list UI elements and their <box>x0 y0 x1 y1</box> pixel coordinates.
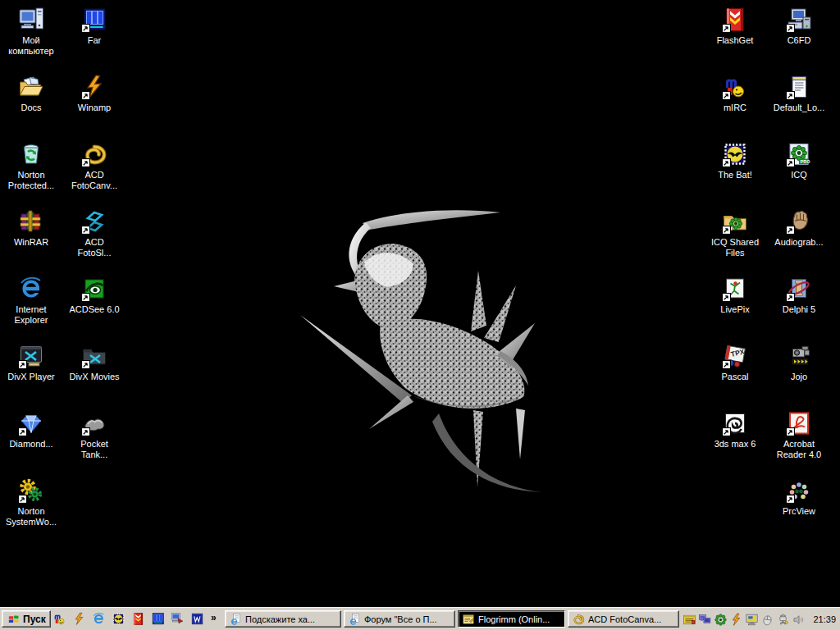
desktop-icon-winrar[interactable]: WinRAR <box>0 208 62 248</box>
desktop-icon-icq[interactable]: PROICQ <box>768 141 830 180</box>
quicklaunch-word[interactable] <box>190 612 204 626</box>
internet-explorer-icon <box>92 612 106 626</box>
desktop-icon-3dsmax[interactable]: 3ds max 6 <box>704 410 766 450</box>
desktop-icon-label: Far <box>63 35 126 46</box>
desktop-icon-label: Pascal <box>704 372 766 382</box>
shortcut-arrow-icon <box>722 158 731 167</box>
tray-icons <box>682 613 806 627</box>
shortcut-arrow-icon <box>18 360 27 369</box>
desktop-icon-divx-movies[interactable]: DivX Movies <box>63 343 126 382</box>
desktop-icon-label: WinRAR <box>0 237 62 248</box>
desktop-icon-jojo[interactable]: Jojo <box>768 343 830 382</box>
taskbar-task-2[interactable]: Форум "Все о П... <box>344 610 455 628</box>
plug-icon <box>776 613 790 627</box>
desktop-icon-acdsee[interactable]: ACDSee 6.0 <box>63 276 126 315</box>
shortcut-arrow-icon <box>81 24 90 33</box>
desktop-icon-label: Acrobat Reader 4.0 <box>768 439 830 460</box>
quicklaunch-internet-explorer[interactable] <box>92 612 106 626</box>
desktop-icon-acrobat[interactable]: Acrobat Reader 4.0 <box>768 410 830 460</box>
desktop-icon-label: Norton Protected... <box>0 170 62 191</box>
desktop-icon-folder-docs[interactable]: Docs <box>0 74 62 113</box>
desktop-icon-label: ACDSee 6.0 <box>63 304 126 315</box>
desktop-icon-norton-recycle[interactable]: Norton Protected... <box>0 141 62 191</box>
network-icon <box>698 613 712 627</box>
desktop-icon-divx-player[interactable]: DivX Player <box>0 343 62 382</box>
desktop-icon-pocket-tanks[interactable]: Pocket Tank... <box>63 410 126 460</box>
desktop-icon-label: 3ds max 6 <box>704 439 766 450</box>
shortcut-arrow-icon <box>722 360 731 369</box>
desktop-icon-c6fd[interactable]: C6FD <box>768 7 830 46</box>
internet-explorer-icon <box>18 276 44 302</box>
shortcut-arrow-icon <box>81 91 90 100</box>
quick-launch-overflow-chevron[interactable]: » <box>211 612 217 623</box>
desktop-icon-my-computer[interactable]: Мой компьютер <box>0 7 62 57</box>
desktop-icon-label: Audiograb... <box>768 237 830 248</box>
taskbar-task-3[interactable]: Flogrimm (Onlin... <box>458 610 565 628</box>
desktop-icon-acd-canvas[interactable]: ACD FotoCanv... <box>63 141 126 191</box>
tray-thebat-tray[interactable] <box>682 613 696 627</box>
desktop-icon-norton-gears[interactable]: Norton SystemWo... <box>0 477 62 527</box>
quicklaunch-thebat[interactable] <box>112 612 126 626</box>
quicklaunch-mirc[interactable] <box>52 612 66 626</box>
desktop-icon-acd-slide[interactable]: ACD FotoSl... <box>63 208 126 258</box>
tray-plug[interactable] <box>776 613 790 627</box>
desktop-icon-label: ACD FotoCanv... <box>63 170 126 191</box>
desktop-icon-pascal[interactable]: TPXPascal <box>704 343 766 382</box>
start-button-label: Пуск <box>23 614 46 625</box>
desktop-icon-label: mIRC <box>704 103 766 113</box>
quicklaunch-far[interactable] <box>151 612 165 626</box>
shortcut-arrow-icon <box>786 495 795 504</box>
tray-display[interactable] <box>745 613 759 627</box>
winamp-bolt-icon <box>729 613 743 627</box>
quicklaunch-pc-tool[interactable] <box>171 612 185 626</box>
svg-text:PRO: PRO <box>801 159 811 164</box>
desktop-icon-label: The Bat! <box>704 170 766 180</box>
desktop-icon-label: Pocket Tank... <box>63 439 126 460</box>
my-computer-icon <box>18 7 44 33</box>
desktop-icon-diamond[interactable]: Diamond... <box>0 410 62 450</box>
taskbar-task-4[interactable]: ACD FotoCanva... <box>568 610 679 628</box>
thebat-icon <box>112 612 126 626</box>
desktop: Мой компьютерDocsNorton Protected...WinR… <box>0 0 840 630</box>
tray-clock: 21:39 <box>813 614 836 624</box>
tray-winamp-bolt[interactable] <box>729 613 743 627</box>
desktop-icon-label: Default_Lo... <box>768 103 830 113</box>
flashget-icon <box>131 612 145 626</box>
desktop-icon-thebat[interactable]: The Bat! <box>704 141 766 180</box>
windows-logo-icon <box>7 612 21 626</box>
start-button[interactable]: Пуск <box>2 610 51 628</box>
desktop-icon-icq-folder[interactable]: ICQ Shared Files <box>704 208 766 258</box>
desktop-icon-audiograbber[interactable]: Audiograb... <box>768 208 830 248</box>
icq-flower-icon <box>714 613 728 627</box>
desktop-icon-notepad-doc[interactable]: Default_Lo... <box>768 74 830 113</box>
norton-recycle-icon <box>18 141 44 167</box>
tray-network[interactable] <box>698 613 712 627</box>
desktop-icon-prcview[interactable]: PrcView <box>768 477 830 517</box>
tray-icq-flower[interactable] <box>714 613 728 627</box>
desktop-icon-far[interactable]: Far <box>63 7 126 46</box>
shortcut-arrow-icon <box>722 226 731 235</box>
far-icon <box>151 612 165 626</box>
shortcut-arrow-icon <box>786 226 795 235</box>
mirc-chat-icon <box>462 613 475 626</box>
desktop-icon-flashget[interactable]: FlashGet <box>704 7 766 46</box>
shortcut-arrow-icon <box>722 91 731 100</box>
taskbar-task-1[interactable]: Подскажите ха... <box>225 610 341 628</box>
desktop-icon-livepix[interactable]: LivePix <box>704 276 766 315</box>
quick-launch-bar <box>52 612 204 626</box>
desktop-icon-delphi[interactable]: Delphi 5 <box>768 276 830 315</box>
tray-volume[interactable] <box>792 613 806 627</box>
desktop-icon-winamp[interactable]: Winamp <box>63 74 126 113</box>
ie-doc-icon <box>229 613 242 626</box>
jojo-icon <box>786 343 812 369</box>
quicklaunch-winamp[interactable] <box>72 612 86 626</box>
mouse-icon <box>760 613 774 627</box>
quicklaunch-flashget[interactable] <box>131 612 145 626</box>
shortcut-arrow-icon <box>18 495 27 504</box>
shortcut-arrow-icon <box>722 427 731 436</box>
desktop-icon-internet-explorer[interactable]: Internet Explorer <box>0 276 62 326</box>
task-label: Форум "Все о П... <box>364 614 437 624</box>
tray-mouse[interactable] <box>760 613 774 627</box>
mirc-icon <box>52 612 66 626</box>
desktop-icon-mirc[interactable]: mIRC <box>704 74 766 113</box>
